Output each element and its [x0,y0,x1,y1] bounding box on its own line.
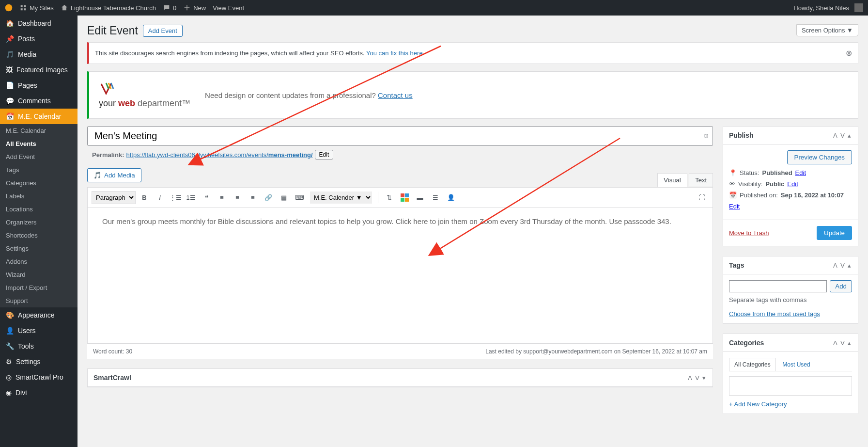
fullscreen-button[interactable]: ⛶ [695,191,709,204]
sidebar-pages[interactable]: 📄 Pages [0,78,78,93]
tb-icon-5[interactable]: 👤 [444,191,458,204]
dismiss-icon[interactable]: ⊗ [846,48,852,58]
trash-link[interactable]: Move to Trash [729,229,769,237]
tb-icon-3[interactable]: ▬ [413,191,427,204]
sub-shortcodes[interactable]: Shortcodes [0,229,78,242]
align-center-button[interactable]: ≡ [231,191,244,204]
align-left-button[interactable]: ≡ [215,191,229,204]
sidebar-users[interactable]: 👤 Users [0,323,78,338]
smartcrawl-title: SmartCrawl [93,374,131,382]
visual-tab[interactable]: Visual [657,173,687,187]
contact-us-link[interactable]: Contact us [378,91,413,99]
main-content: Edit Event Add Event Screen Options ▼ Th… [78,16,868,433]
sidebar-featured[interactable]: 🖼 Featured Images [0,62,78,78]
box-down-icon[interactable]: ᐯ [839,339,846,347]
box-up-icon[interactable]: ᐱ [832,339,838,347]
quote-button[interactable]: ❝ [200,191,213,204]
box-toggle-icon[interactable]: ▴ [847,132,852,139]
ol-button[interactable]: 1☰ [184,191,198,204]
notice-fix-link[interactable]: You can fix this here [366,49,423,57]
add-media-button[interactable]: 🎵 Add Media [87,168,141,182]
category-list[interactable] [729,376,852,396]
site-name-link[interactable]: Lighthouse Tabernacle Church [61,4,156,12]
sidebar-media[interactable]: 🎵 Media [0,47,78,62]
notice-text: This site discourages search engines fro… [95,49,365,57]
add-category-link[interactable]: + Add New Category [729,400,787,408]
sub-all-events[interactable]: All Events [0,137,78,150]
sub-mec-calendar[interactable]: M.E. Calendar [0,124,78,137]
sidebar-smartcrawl[interactable]: ◎ SmartCrawl Pro [0,369,78,385]
sub-add-event[interactable]: Add Event [0,150,78,163]
tb-icon-4[interactable]: ☰ [429,191,442,204]
choose-tags-link[interactable]: Choose from the most used tags [729,310,820,318]
box-toggle-icon[interactable]: ▴ [847,262,852,269]
update-button[interactable]: Update [817,226,852,240]
link-button[interactable]: 🔗 [262,191,275,204]
sub-labels[interactable]: Labels [0,190,78,203]
sidebar-mec[interactable]: 📅 M.E. Calendar [0,109,78,124]
box-down-icon[interactable]: ᐯ [839,132,846,139]
sidebar-settings[interactable]: ⚙ Settings [0,354,78,369]
smartcrawl-box: SmartCrawl ᐱᐯ▾ [87,368,713,387]
howdy-user[interactable]: Howdy, Sheila Niles [793,3,863,12]
bold-button[interactable]: B [138,191,151,204]
tb-icon-2[interactable] [398,191,411,204]
box-down-icon[interactable]: ᐯ [839,262,846,269]
sub-addons[interactable]: Addons [0,255,78,268]
sidebar-tools[interactable]: 🔧 Tools [0,338,78,354]
status-edit-link[interactable]: Edit [795,169,806,176]
sub-wizard[interactable]: Wizard [0,268,78,281]
screen-options-button[interactable]: Screen Options ▼ [796,24,858,36]
box-toggle-icon[interactable]: ▾ [701,374,707,382]
tags-input[interactable] [729,280,827,292]
align-right-button[interactable]: ≡ [246,191,260,204]
new-link[interactable]: New [183,4,206,12]
sidebar-dashboard[interactable]: 🏠 Dashboard [0,16,78,31]
view-event-link[interactable]: View Event [213,4,244,12]
italic-button[interactable]: I [153,191,167,204]
sub-categories[interactable]: Categories [0,176,78,190]
permalink-label: Permalink: [92,151,124,159]
sidebar-divi[interactable]: ◉ Divi [0,385,78,400]
edit-permalink-button[interactable]: Edit [315,150,334,160]
text-tab[interactable]: Text [689,173,713,187]
sub-organizers[interactable]: Organizers [0,216,78,229]
sub-settings[interactable]: Settings [0,242,78,255]
page-title: Edit Event [87,24,138,37]
format-select[interactable]: Paragraph [92,191,136,204]
sidebar-posts[interactable]: 📌 Posts [0,31,78,47]
toolbar-toggle[interactable]: ⌨ [293,191,306,204]
sidebar-appearance[interactable]: 🎨 Appearance [0,307,78,323]
permalink-url[interactable]: https://ltab.ywd-clients06.flywheelsites… [126,151,312,159]
preview-button[interactable]: Preview Changes [787,150,852,164]
editor-body[interactable]: Our men's group meets monthly for Bible … [88,208,713,343]
admin-sidebar: 🏠 Dashboard 📌 Posts 🎵 Media 🖼 Featured I… [0,16,78,433]
box-up-icon[interactable]: ᐱ [832,132,838,139]
word-count: Word count: 30 [93,348,132,355]
sidebar-comments[interactable]: 💬 Comments [0,93,78,109]
sub-tags[interactable]: Tags [0,163,78,176]
tags-help: Separate tags with commas [729,296,852,303]
most-used-tab[interactable]: Most Used [777,358,815,371]
ul-button[interactable]: ⋮☰ [169,191,182,204]
sub-import-export[interactable]: Import / Export [0,281,78,294]
tb-icon-1[interactable]: ⇅ [382,191,396,204]
title-icon[interactable]: ⎅ [704,132,708,139]
box-up-icon[interactable]: ᐱ [832,262,838,269]
add-tag-button[interactable]: Add [830,280,852,292]
published-edit-link[interactable]: Edit [729,203,740,210]
comments-link[interactable]: 0 [163,4,176,12]
sub-locations[interactable]: Locations [0,203,78,216]
wp-logo[interactable] [5,4,13,12]
all-categories-tab[interactable]: All Categories [729,358,776,371]
my-sites-link[interactable]: My Sites [19,4,54,12]
box-up-icon[interactable]: ᐱ [687,374,693,382]
mec-dropdown[interactable]: M.E. Calender ▼ [310,192,372,204]
event-title-input[interactable] [87,126,713,146]
sub-support[interactable]: Support [0,294,78,307]
visibility-edit-link[interactable]: Edit [787,180,798,188]
more-button[interactable]: ▤ [277,191,291,204]
add-event-button[interactable]: Add Event [143,25,183,37]
box-down-icon[interactable]: ᐯ [694,374,700,382]
box-toggle-icon[interactable]: ▴ [847,339,852,347]
